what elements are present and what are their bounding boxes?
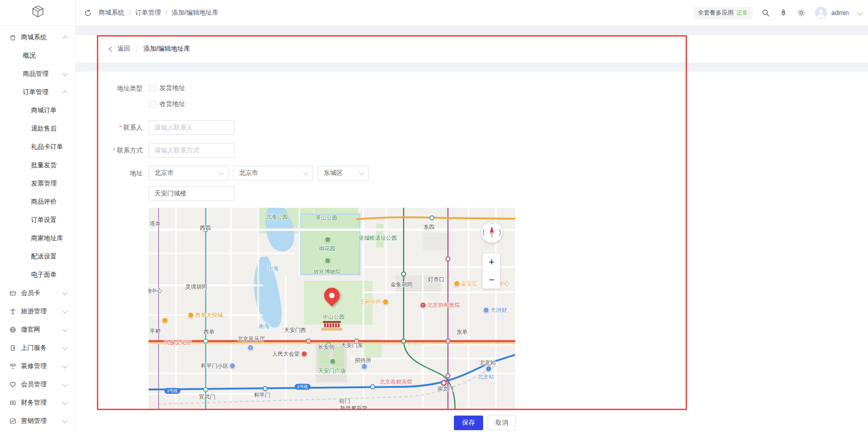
sidebar-item-商品管理[interactable]: 商品管理 xyxy=(0,65,75,83)
header-divider xyxy=(137,45,137,53)
market-icon xyxy=(9,417,16,425)
sidebar-item-label: 微官网 xyxy=(21,326,40,334)
map-label: 天安门东 xyxy=(341,342,363,349)
map-label: 西四 xyxy=(200,224,211,232)
sidebar-item-概况[interactable]: 概况 xyxy=(0,47,75,65)
chevron-down-icon xyxy=(62,400,67,405)
sidebar-item-订单管理[interactable]: 订单管理 xyxy=(0,83,75,101)
chevron-down-icon[interactable] xyxy=(857,10,862,15)
search-icon[interactable] xyxy=(761,9,770,17)
zoom-out-button[interactable]: − xyxy=(483,271,500,289)
detail-address-input[interactable] xyxy=(149,186,234,201)
chevron-down-icon xyxy=(62,381,67,386)
back-button[interactable]: 返回 xyxy=(110,45,130,53)
sidebar-item-label: 订单管理 xyxy=(23,88,48,96)
map-label: 金鱼胡同 xyxy=(390,281,412,289)
chevron-down-icon xyxy=(359,170,364,175)
sidebar-item-label: 电子面单 xyxy=(31,271,57,279)
map-poi xyxy=(486,365,492,374)
map-label: 民族文化宫 xyxy=(164,338,192,346)
map-poi xyxy=(325,257,331,265)
sidebar-item-label: 订单设置 xyxy=(31,216,57,224)
map-label: 和平门小区 xyxy=(201,362,235,369)
sidebar-item-配送设置[interactable]: 配送设置 xyxy=(0,248,75,266)
breadcrumb-separator: / xyxy=(165,9,167,16)
refresh-icon[interactable] xyxy=(84,9,92,17)
map-label: 故宫博物院 xyxy=(314,268,341,275)
rocket-icon[interactable] xyxy=(779,9,788,17)
contact-input[interactable] xyxy=(149,120,234,135)
sidebar-item-label: 装修管理 xyxy=(21,362,47,370)
chevron-down-icon xyxy=(62,327,67,332)
page-title: 添加/编辑地址库 xyxy=(144,45,190,53)
poi-blue-icon xyxy=(362,364,367,369)
sidebar-item-旅游管理[interactable]: 旅游管理 xyxy=(0,302,75,321)
decor-icon xyxy=(9,363,16,370)
ship-address-checkbox[interactable] xyxy=(149,84,156,92)
sidebar: 商城系统概况商品管理订单管理商城订单退款售后礼品卡订单批量发货发票管理商品评价订… xyxy=(0,26,75,432)
cancel-button[interactable]: 取消 xyxy=(488,416,516,430)
sidebar-item-礼品卡订单[interactable]: 礼品卡订单 xyxy=(0,138,75,156)
map-canvas[interactable]: 塔寺西四北海公园景山公园东四皇城根遗址公园御花园故宫博物院中海灵境胡同物中心金鱼… xyxy=(149,208,515,410)
sidebar-item-label: 上门服务 xyxy=(21,344,47,352)
sidebar-item-会员管理[interactable]: 会员管理 xyxy=(0,375,75,394)
city-select[interactable]: 北京市 xyxy=(233,166,313,180)
screen: 商城系统/订单管理/添加/编辑地址库 全套餐多应用 正常 xyxy=(0,0,868,432)
receive-address-label: 收货地址 xyxy=(160,100,185,108)
sidebar-item-label: 发票管理 xyxy=(31,179,57,188)
sidebar-item-label: 商品管理 xyxy=(23,70,48,78)
cube-logo-icon xyxy=(30,4,46,21)
chevron-down-icon xyxy=(62,418,67,423)
sidebar-item-商城系统[interactable]: 商城系统 xyxy=(0,28,75,47)
district-select[interactable]: 东城区 xyxy=(318,166,369,180)
map-label: 景山公园 xyxy=(315,214,337,222)
sidebar-item-营销管理[interactable]: 营销管理 xyxy=(0,412,75,430)
poi-gov-icon xyxy=(301,351,307,357)
sidebar-item-label: 商城系统 xyxy=(21,33,47,42)
map-label: 中海 xyxy=(268,264,279,272)
sidebar-item-上门服务[interactable]: 上门服务 xyxy=(0,339,75,357)
breadcrumb-item[interactable]: 订单管理 xyxy=(135,9,161,17)
breadcrumb-item[interactable]: 添加/编辑地址库 xyxy=(172,9,218,17)
member-icon xyxy=(9,381,16,388)
poi-blue-icon xyxy=(483,307,489,313)
gear-icon[interactable] xyxy=(797,9,806,17)
logo[interactable] xyxy=(0,0,76,26)
zoom-in-button[interactable]: + xyxy=(483,253,500,271)
map-label: 宣武门 xyxy=(199,393,215,401)
save-button[interactable]: 保存 xyxy=(454,416,483,430)
sidebar-item-订单设置[interactable]: 订单设置 xyxy=(0,211,75,229)
app-badge[interactable]: 全套餐多应用 正常 xyxy=(693,7,752,19)
avatar[interactable] xyxy=(815,7,827,19)
sidebar-item-装修管理[interactable]: 装修管理 xyxy=(0,357,75,375)
compass-control[interactable] xyxy=(481,222,502,243)
sidebar-item-发票管理[interactable]: 发票管理 xyxy=(0,174,75,193)
page-header: 返回 添加/编辑地址库 xyxy=(75,35,868,63)
contact-label: 联系人 xyxy=(79,124,143,132)
sidebar-item-电子面单[interactable]: 电子面单 xyxy=(0,266,75,284)
map-label: 北京音乐厅 xyxy=(238,335,265,343)
username[interactable]: admin xyxy=(831,9,849,16)
poi-park-icon xyxy=(325,237,331,242)
sidebar-item-label: 商品评价 xyxy=(31,198,57,206)
sidebar-item-批量发货[interactable]: 批量发货 xyxy=(0,156,75,174)
sidebar-item-商品评价[interactable]: 商品评价 xyxy=(0,193,75,211)
phone-input[interactable] xyxy=(149,143,234,158)
receive-address-checkbox[interactable] xyxy=(149,100,156,108)
sidebar-item-商城订单[interactable]: 商城订单 xyxy=(0,101,75,120)
sidebar-item-商家地址库[interactable]: 商家地址库 xyxy=(0,229,75,248)
map-label: 王府中环 xyxy=(359,298,389,306)
sidebar-item-微官网[interactable]: 微官网 xyxy=(0,321,75,339)
sidebar-item-label: 概况 xyxy=(23,52,36,60)
form-area: 地址类型 发货地址 收货地址 联系人 联系方式 地址 北京市 北京市 东城区 xyxy=(75,72,868,432)
card-icon xyxy=(9,290,16,297)
sidebar-item-会员卡[interactable]: 会员卡 xyxy=(0,284,75,302)
finance-icon xyxy=(9,399,16,406)
sidebar-item-退款售后[interactable]: 退款售后 xyxy=(0,120,75,138)
breadcrumb-item[interactable]: 商城系统 xyxy=(99,9,124,17)
map-label: 长安街 xyxy=(318,343,335,351)
sidebar-item-label: 会员管理 xyxy=(21,380,47,389)
sidebar-item-label: 营销管理 xyxy=(21,417,47,425)
province-select[interactable]: 北京市 xyxy=(149,166,229,180)
sidebar-item-财务管理[interactable]: 财务管理 xyxy=(0,394,75,412)
